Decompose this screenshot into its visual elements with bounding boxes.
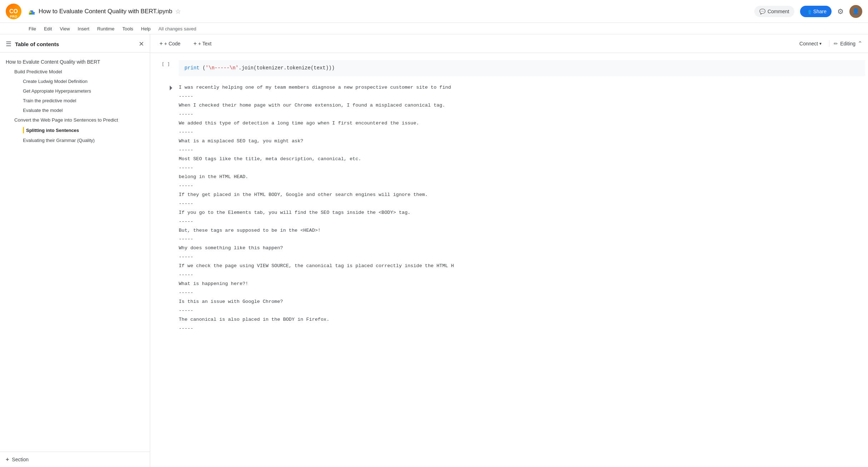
share-button[interactable]: 👥 Share (800, 6, 832, 17)
menu-view[interactable]: View (56, 25, 73, 33)
settings-button[interactable]: ⚙ (837, 7, 844, 16)
connect-chevron-icon: ▾ (819, 41, 822, 46)
add-section-label: Section (12, 457, 29, 462)
share-icon: 👥 (805, 9, 811, 14)
text-output-content: I was recently helping one of my team me… (179, 80, 461, 336)
menu-help[interactable]: Help (138, 25, 154, 33)
active-bar (23, 127, 24, 133)
toolbar-left: + + Code + + Text (156, 38, 215, 49)
top-right-actions: 💬 Comment 👥 Share ⚙ 👤 (754, 5, 862, 18)
code-cell-1: [ ] print ('\n-----\n'.join(tokenizer.to… (150, 59, 868, 78)
add-code-icon: + (159, 40, 163, 47)
code-content: ('\n-----\n'.join(tokenizer.tokenize(tex… (199, 65, 335, 71)
collapse-button[interactable]: ⌃ (858, 40, 862, 47)
file-title-area: How to Evaluate Content Quality with BER… (27, 5, 862, 18)
toc-item-8[interactable]: Evaluating their Grammar (Quality) (0, 136, 150, 145)
toc-list-icon: ☰ (6, 40, 11, 48)
add-text-button[interactable]: + + Text (190, 38, 215, 49)
add-code-button[interactable]: + + Code (156, 38, 184, 49)
star-icon[interactable]: ☆ (175, 8, 181, 15)
menu-items: File Edit View Insert Runtime Tools Help… (25, 25, 200, 33)
file-name: How to Evaluate Content Quality with BER… (39, 8, 172, 15)
text-output-cell: ⏵ I was recently helping one of my team … (150, 80, 868, 336)
sidebar: ☰ Table of contents ✕ How to Evalute Con… (0, 34, 150, 467)
toc-items: How to Evalute Content Quality with BERT… (0, 53, 150, 149)
keyword-print: print (184, 65, 199, 71)
share-label: Share (813, 9, 827, 14)
toc-item-0[interactable]: How to Evalute Content Quality with BERT (0, 57, 150, 67)
add-section-button[interactable]: + Section (6, 456, 144, 463)
toolbar-right: Connect ▾ ✏ Editing ⌃ (795, 38, 862, 49)
co-pro-logo: CO PRO (6, 4, 21, 19)
comment-label: Comment (768, 9, 789, 14)
toc-item-7[interactable]: Splitting into Sentences (0, 125, 150, 136)
code-cell-content[interactable]: print ('\n-----\n'.join(tokenizer.tokeni… (179, 60, 865, 76)
saved-status: All changes saved (155, 25, 200, 33)
logo-co-text: CO (9, 9, 18, 14)
main-layout: ☰ Table of contents ✕ How to Evalute Con… (0, 34, 868, 467)
comment-icon: 💬 (759, 9, 765, 14)
toc-item-6[interactable]: Convert the Web Page into Sentences to P… (0, 115, 150, 125)
toc-item-1[interactable]: Build Predictive Model (0, 67, 150, 77)
toc-item-2[interactable]: Create Ludwig Model Definition (0, 77, 150, 86)
menu-edit[interactable]: Edit (40, 25, 55, 33)
toc-item-3[interactable]: Get Appropiate Hyperparameters (0, 86, 150, 96)
toc-title: Table of contents (15, 41, 139, 47)
connect-label: Connect (799, 41, 818, 46)
add-text-icon: + (193, 40, 197, 47)
notebook-area: + + Code + + Text Connect ▾ ✏ Editing ⌃ (150, 34, 868, 467)
toc-item-4[interactable]: Train the predictive model (0, 96, 150, 105)
comment-button[interactable]: 💬 Comment (754, 6, 794, 17)
notebook-toolbar: + + Code + + Text Connect ▾ ✏ Editing ⌃ (150, 34, 868, 53)
top-bar: CO PRO How to Evaluate Content Quality w… (0, 0, 868, 23)
cell-area: [ ] print ('\n-----\n'.join(tokenizer.to… (150, 53, 868, 467)
menu-file[interactable]: File (25, 25, 40, 33)
toc-item-5[interactable]: Evaluate the model (0, 105, 150, 115)
menu-runtime[interactable]: Runtime (94, 25, 118, 33)
menu-insert[interactable]: Insert (74, 25, 93, 33)
cell-bracket: [ ] (162, 62, 170, 67)
drive-icon (27, 7, 36, 16)
logo-area: CO PRO (6, 4, 21, 19)
add-code-label: + Code (164, 41, 181, 46)
logo-pro-text: PRO (10, 15, 17, 18)
close-sidebar-button[interactable]: ✕ (139, 40, 144, 48)
menu-bar: File Edit View Insert Runtime Tools Help… (0, 23, 868, 34)
avatar[interactable]: 👤 (849, 5, 862, 18)
editing-area: ✏ Editing ⌃ (829, 40, 862, 47)
sidebar-header: ☰ Table of contents ✕ (0, 34, 150, 53)
run-icon: ⏵ (168, 84, 174, 92)
pencil-icon: ✏ (834, 41, 838, 46)
editing-label: Editing (840, 41, 855, 46)
sidebar-footer: + Section (0, 452, 150, 467)
plus-icon: + (6, 456, 9, 463)
connect-button[interactable]: Connect ▾ (795, 38, 826, 49)
add-text-label: + Text (198, 41, 212, 46)
menu-tools[interactable]: Tools (119, 25, 137, 33)
cell-run-btn[interactable]: ⏵ (150, 80, 179, 92)
